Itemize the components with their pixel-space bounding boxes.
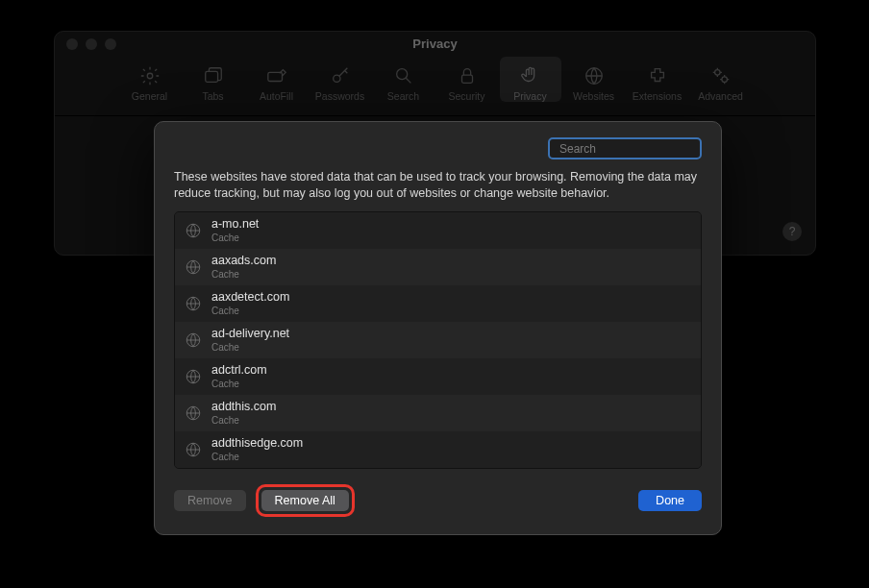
remove-all-button[interactable]: Remove All (261, 490, 349, 511)
svg-point-8 (721, 77, 727, 83)
globe-icon (185, 295, 202, 312)
close-icon[interactable] (66, 38, 78, 50)
site-detail: Cache (211, 415, 276, 426)
tab-general[interactable]: General (119, 57, 181, 102)
site-domain: addthis.com (211, 401, 276, 414)
list-item[interactable]: ad-delivery.net Cache (175, 322, 701, 358)
titlebar: Privacy (55, 32, 815, 57)
tab-label: Security (436, 90, 498, 102)
gear-icon (119, 62, 181, 89)
tab-privacy[interactable]: Privacy (500, 57, 561, 102)
list-item[interactable]: aaxads.com Cache (175, 249, 701, 285)
tab-label: Privacy (500, 90, 561, 102)
globe-icon (185, 258, 202, 276)
puzzle-icon (627, 62, 688, 89)
tab-autofill[interactable]: AutoFill (246, 57, 308, 102)
site-domain: a-mo.net (211, 218, 259, 232)
search-field[interactable] (548, 137, 702, 159)
globe-icon (563, 62, 625, 89)
hand-icon (500, 62, 561, 89)
site-detail: Cache (211, 233, 259, 243)
tab-tabs[interactable]: Tabs (183, 57, 244, 102)
done-button[interactable]: Done (638, 490, 702, 511)
svg-rect-1 (205, 71, 217, 82)
tab-label: Passwords (310, 90, 371, 102)
globe-icon (185, 222, 202, 239)
tab-label: AutoFill (246, 90, 308, 102)
site-domain: addthisedge.com (211, 437, 303, 451)
window-title: Privacy (55, 32, 815, 57)
tab-label: General (119, 90, 181, 102)
annotation-highlight: Remove All (256, 484, 355, 517)
svg-rect-2 (267, 72, 282, 81)
tab-websites[interactable]: Websites (563, 57, 625, 102)
gears-icon (690, 62, 752, 89)
tab-label: Advanced (690, 90, 752, 102)
search-input[interactable] (559, 142, 704, 156)
site-detail: Cache (211, 269, 276, 280)
pencil-icon (246, 62, 308, 89)
description-text: These websites have stored data that can… (174, 169, 702, 202)
prefs-toolbar: General Tabs AutoFill Passwords Search S… (55, 57, 815, 116)
tabs-icon (183, 62, 244, 89)
svg-point-4 (396, 69, 407, 80)
list-item[interactable]: a-mo.net Cache (175, 212, 701, 249)
tab-advanced[interactable]: Advanced (690, 57, 752, 102)
website-list[interactable]: a-mo.net Cache aaxads.com Cache aaxdetec… (174, 211, 702, 469)
tab-label: Tabs (183, 90, 244, 102)
tab-label: Websites (563, 90, 625, 102)
traffic-lights[interactable] (66, 38, 116, 50)
globe-icon (185, 368, 202, 385)
zoom-icon[interactable] (105, 38, 116, 50)
search-icon (373, 62, 434, 89)
list-item[interactable]: adctrl.com Cache (175, 358, 701, 395)
help-button[interactable]: ? (782, 222, 802, 241)
lock-icon (436, 62, 498, 89)
tab-extensions[interactable]: Extensions (627, 57, 688, 102)
site-domain: aaxdetect.com (211, 291, 289, 305)
svg-point-0 (147, 73, 153, 79)
svg-point-7 (714, 70, 720, 76)
globe-icon (185, 331, 202, 349)
svg-rect-5 (461, 75, 472, 83)
site-domain: adctrl.com (211, 364, 267, 378)
minimize-icon[interactable] (86, 38, 97, 50)
tab-label: Search (373, 90, 434, 102)
tab-security[interactable]: Security (436, 57, 498, 102)
list-item[interactable]: addthisedge.com Cache (175, 431, 701, 468)
tab-label: Extensions (627, 90, 688, 102)
site-domain: aaxads.com (211, 255, 276, 268)
tab-passwords[interactable]: Passwords (310, 57, 371, 102)
button-row: Remove Remove All Done (174, 484, 702, 517)
site-domain: ad-delivery.net (211, 328, 289, 341)
site-detail: Cache (211, 342, 289, 353)
site-detail: Cache (211, 452, 303, 462)
site-detail: Cache (211, 379, 267, 389)
globe-icon (185, 441, 202, 458)
list-item[interactable]: addthis.com Cache (175, 395, 701, 431)
remove-button[interactable]: Remove (174, 490, 246, 511)
globe-icon (185, 404, 202, 422)
key-icon (310, 62, 371, 89)
site-detail: Cache (211, 306, 289, 316)
manage-website-data-sheet: These websites have stored data that can… (154, 121, 722, 535)
tab-search[interactable]: Search (373, 57, 434, 102)
list-item[interactable]: aaxdetect.com Cache (175, 285, 701, 322)
